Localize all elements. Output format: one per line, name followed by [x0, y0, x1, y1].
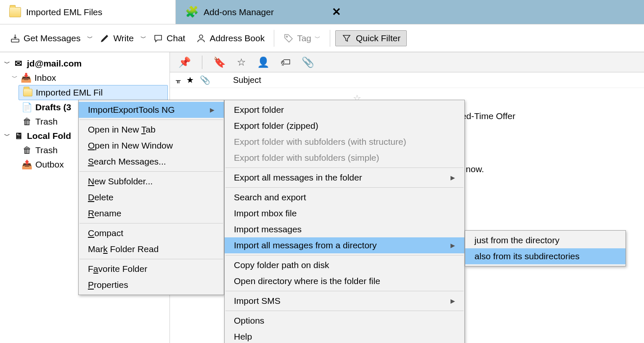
star-icon[interactable]: ☆ — [237, 56, 246, 68]
chat-button[interactable]: Chat — [149, 31, 189, 46]
menu-mark-folder-read[interactable]: Mark Folder Read — [79, 241, 224, 257]
tree-label: Trash — [35, 117, 58, 127]
close-icon[interactable]: ✕ — [332, 5, 341, 19]
menu-copy-folder-path[interactable]: Copy folder path on disk — [225, 257, 464, 273]
tab-bar: Imported EML Files 🧩 Add-ons Manager ✕ — [0, 0, 644, 24]
tag-button[interactable]: Tag ﹀ — [279, 31, 325, 46]
write-button[interactable]: Write — [95, 31, 138, 46]
menu-label: Copy folder path on disk — [234, 260, 329, 270]
menu-export-folder[interactable]: Export folder — [225, 102, 464, 118]
attachment-icon[interactable]: 📎 — [302, 56, 314, 68]
message-list-header: ᚂ ★ 📎 Subject — [170, 72, 644, 88]
menu-favorite-folder[interactable]: Favorite Folder — [79, 261, 224, 277]
mail-icon: ✉ — [13, 59, 24, 68]
toolbar-label: Write — [113, 33, 134, 43]
quick-filter-bar: 📌 🔖 ☆ 👤 🏷 📎 — [170, 52, 644, 72]
chevron-down-icon[interactable]: ﹀ — [12, 74, 18, 82]
sidebar-item-inbox[interactable]: ﹀ 📥 Inbox — [0, 71, 170, 85]
tree-label: Drafts (3 — [35, 102, 71, 112]
menu-open-new-window[interactable]: Open in New Window — [79, 138, 224, 154]
quick-filter-button[interactable]: Quick Filter — [335, 30, 407, 46]
separator — [225, 255, 464, 255]
menu-label: Open in New Tab — [88, 125, 156, 135]
importexport-submenu: Export folder Export folder (zipped) Exp… — [224, 100, 465, 343]
message-subject: ted-Time Offer — [459, 111, 515, 121]
menu-open-directory[interactable]: Open directory where is the folder file — [225, 273, 464, 289]
menu-importexporttools[interactable]: ImportExportTools NG▶ — [79, 102, 224, 118]
menu-options[interactable]: Options — [225, 313, 464, 329]
menu-label: Import all messages from a directory — [234, 240, 377, 250]
tab-label: Imported EML Files — [26, 7, 102, 17]
menu-label: just from the directory — [474, 235, 559, 245]
account-node[interactable]: ﹀ ✉ jd@mail.com — [0, 56, 170, 71]
column-subject[interactable]: Subject — [233, 75, 261, 85]
tab-addons-manager[interactable]: 🧩 Add-ons Manager ✕ — [176, 0, 644, 24]
menu-label: Favorite Folder — [88, 264, 147, 274]
pin-icon[interactable]: 📌 — [178, 56, 191, 68]
menu-compact[interactable]: Compact — [79, 225, 224, 241]
menu-label: Search Messages... — [88, 157, 166, 167]
menu-properties[interactable]: Properties — [79, 277, 224, 293]
menu-label: Options — [234, 316, 264, 326]
chevron-down-icon: ﹀ — [315, 35, 321, 42]
chevron-down-icon[interactable]: ﹀ — [4, 60, 10, 67]
tab-imported-eml[interactable]: Imported EML Files — [0, 0, 176, 24]
sidebar-item-imported[interactable]: Imported EML Fil — [19, 85, 168, 100]
tag-icon[interactable]: 🏷 — [281, 56, 291, 68]
chevron-down-icon[interactable]: ﹀ — [87, 35, 93, 42]
menu-export-all-messages[interactable]: Export all messages in the folder▶ — [225, 170, 464, 186]
menu-search-messages[interactable]: Search Messages... — [79, 154, 224, 170]
menu-import-all-from-directory[interactable]: Import all messages from a directory▶ — [225, 237, 464, 253]
menu-also-from-subdirectories[interactable]: also from its subdirectories — [465, 248, 625, 264]
svg-point-1 — [199, 35, 203, 38]
get-messages-button[interactable]: Get Messages — [6, 31, 85, 46]
menu-label: Export folder (zipped) — [234, 121, 318, 131]
attachment-icon[interactable]: 📎 — [200, 75, 210, 85]
trash-icon: 🗑 — [22, 117, 32, 126]
menu-label: Delete — [88, 192, 114, 202]
menu-open-new-tab[interactable]: Open in New Tab — [79, 122, 224, 138]
menu-label: Export all messages in the folder — [234, 173, 362, 183]
address-book-button[interactable]: Address Book — [192, 31, 269, 46]
menu-label: Import mbox file — [234, 208, 297, 218]
chevron-right-icon: ▶ — [451, 298, 455, 304]
menu-help[interactable]: Help — [225, 329, 464, 343]
star-icon[interactable]: ★ — [186, 75, 194, 85]
filter-icon — [342, 33, 352, 43]
toolbar-label: Chat — [167, 33, 185, 43]
separator — [80, 223, 223, 223]
folder-context-menu: ImportExportTools NG▶ Open in New Tab Op… — [78, 100, 224, 295]
outbox-icon: 📤 — [22, 160, 32, 169]
separator — [274, 30, 274, 47]
chevron-down-icon[interactable]: ﹀ — [140, 35, 146, 42]
menu-delete[interactable]: Delete — [79, 189, 224, 205]
drafts-icon: 📄 — [22, 103, 32, 112]
chevron-right-icon: ▶ — [210, 106, 215, 113]
menu-import-messages[interactable]: Import messages — [225, 221, 464, 237]
menu-label: also from its subdirectories — [474, 251, 580, 261]
chevron-right-icon: ▶ — [451, 242, 455, 249]
menu-label: Export folder with subfolders (simple) — [234, 153, 379, 163]
separator — [202, 56, 202, 69]
menu-export-folder-zipped[interactable]: Export folder (zipped) — [225, 118, 464, 134]
menu-search-and-export[interactable]: Search and export — [225, 189, 464, 205]
menu-just-from-directory[interactable]: just from the directory — [465, 232, 625, 248]
tree-label: Imported EML Fil — [36, 88, 103, 98]
bookmark-icon[interactable]: 🔖 — [213, 56, 226, 68]
menu-rename[interactable]: Rename — [79, 205, 224, 221]
menu-import-mbox[interactable]: Import mbox file — [225, 205, 464, 221]
menu-import-sms[interactable]: Import SMS▶ — [225, 293, 464, 309]
separator — [80, 120, 223, 120]
contact-icon — [196, 33, 206, 43]
tree-label: Inbox — [34, 73, 56, 83]
chevron-down-icon[interactable]: ﹀ — [4, 132, 10, 140]
trash-icon: 🗑 — [22, 146, 32, 154]
menu-new-subfolder[interactable]: New Subfolder... — [79, 173, 224, 189]
pencil-icon — [100, 33, 110, 43]
tag-icon — [284, 33, 294, 43]
svg-rect-0 — [11, 39, 19, 42]
contact-icon[interactable]: 👤 — [257, 56, 270, 68]
menu-export-subfolders-structure: Export folder with subfolders (with stru… — [225, 134, 464, 150]
download-icon — [10, 33, 20, 43]
thread-icon[interactable]: ᚂ — [176, 76, 180, 84]
